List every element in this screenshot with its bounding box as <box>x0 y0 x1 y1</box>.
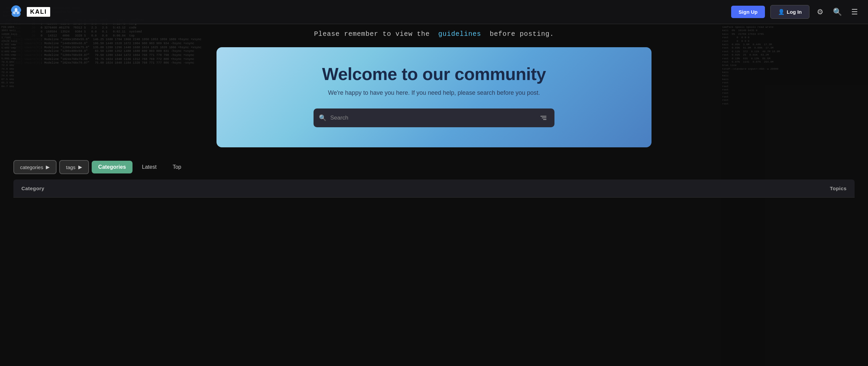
guidelines-link[interactable]: guidelines <box>438 30 481 38</box>
col-category: Category <box>22 186 44 191</box>
settings-button[interactable]: ⚙ <box>815 6 826 18</box>
hamburger-icon: ☰ <box>851 8 858 16</box>
kali-text-logo: KALI <box>27 7 50 17</box>
search-bar: 🔍 <box>313 109 555 127</box>
kali-dragon-icon <box>8 4 24 20</box>
settings-icon: ⚙ <box>817 8 824 16</box>
table-section: Category Topics <box>13 179 855 198</box>
tab-categories[interactable]: Categories <box>92 161 133 173</box>
table-header: Category Topics <box>13 179 855 198</box>
menu-button[interactable]: ☰ <box>849 6 860 18</box>
person-icon: 👤 <box>778 9 785 15</box>
logo-area: KALI <box>8 4 50 20</box>
search-input[interactable] <box>330 114 538 121</box>
login-button[interactable]: 👤 Log In <box>770 5 809 19</box>
search-button[interactable]: 🔍 <box>831 6 844 18</box>
col-topics: Topics <box>830 186 846 191</box>
navbar: KALI Sign Up 👤 Log In ⚙ 🔍 ☰ <box>0 0 868 24</box>
chevron-right-icon: ▶ <box>46 164 50 170</box>
hero-section: Welcome to our community We're happy to … <box>217 47 651 147</box>
tab-latest[interactable]: Latest <box>135 161 163 173</box>
hero-subtitle: We're happy to have you here. If you nee… <box>230 89 638 96</box>
hero-title: Welcome to our community <box>230 64 638 84</box>
navbar-actions: Sign Up 👤 Log In ⚙ 🔍 ☰ <box>731 5 860 19</box>
signup-button[interactable]: Sign Up <box>731 6 765 18</box>
tabs-section: categories ▶ tags ▶ Categories Latest To… <box>0 151 868 174</box>
tags-dropdown[interactable]: tags ▶ <box>59 160 89 174</box>
tab-top[interactable]: Top <box>166 161 188 173</box>
search-icon: 🔍 <box>833 8 842 16</box>
categories-dropdown[interactable]: categories ▶ <box>13 160 57 174</box>
filter-icon <box>540 116 547 120</box>
search-bar-icon: 🔍 <box>319 114 326 121</box>
search-filter-button[interactable] <box>538 114 549 121</box>
chevron-right-icon-tags: ▶ <box>78 164 82 170</box>
notice-bar: Please remember to view the guidelines b… <box>0 24 868 44</box>
